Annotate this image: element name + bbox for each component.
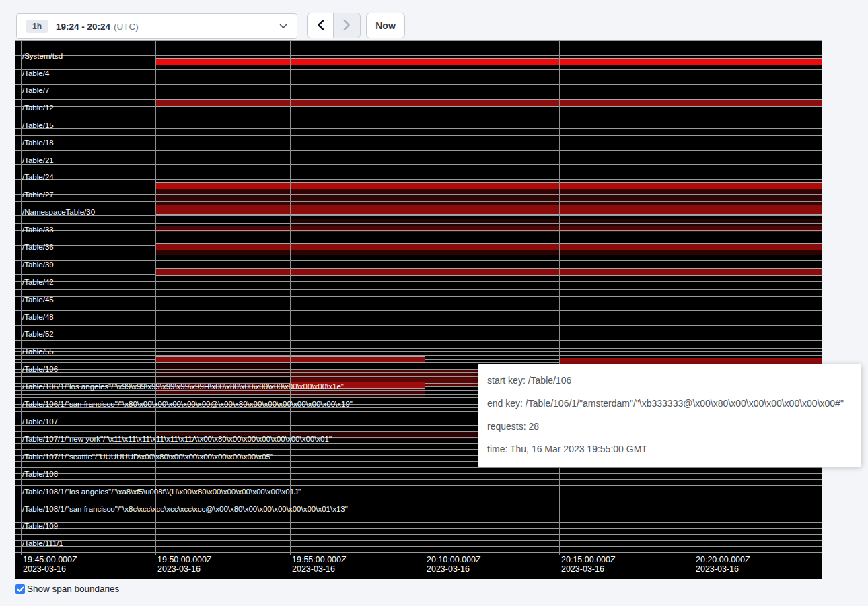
span-boundary-line [15, 238, 822, 238]
heat-band[interactable] [156, 243, 822, 250]
row-label: /Table/24 [22, 172, 54, 182]
row-label: /Table/21 [22, 156, 54, 165]
next-interval-button[interactable] [334, 13, 361, 38]
span-boundary-line [15, 135, 822, 136]
heat-band[interactable] [156, 226, 822, 232]
row-label: /Table/33 [22, 225, 54, 234]
time-gridline [559, 40, 560, 556]
span-boundary-line [15, 179, 822, 180]
tooltip-start-key: start key: /Table/106 [487, 369, 852, 392]
heat-band[interactable] [156, 189, 822, 205]
row-label: /Table/48 [22, 312, 54, 322]
time-gridline [425, 40, 425, 556]
row-label: /Table/106/1/"los angeles"/"\x99\x99\x99… [22, 382, 344, 391]
row-label: /Table/36 [22, 242, 54, 252]
span-boundary-line [15, 40, 822, 41]
x-tick-label: 19:55:00.000Z2023-03-16 [292, 555, 347, 574]
range-timezone-label: (UTC) [114, 22, 139, 32]
span-boundary-line [15, 351, 822, 352]
span-boundary-line [15, 194, 822, 195]
span-boundary-line [15, 48, 822, 48]
span-boundary-line [15, 77, 822, 77]
row-label: /Table/45 [22, 295, 54, 304]
span-boundary-line [15, 252, 822, 253]
span-boundary-line [15, 69, 822, 70]
row-label: /Table/42 [22, 277, 54, 287]
row-label: /System/tsd [22, 51, 63, 61]
heat-band[interactable] [156, 268, 822, 276]
hover-tooltip: start key: /Table/106 end key: /Table/10… [478, 364, 861, 467]
span-boundary-line [15, 485, 822, 486]
show-span-boundaries-checkbox[interactable] [15, 584, 25, 594]
span-boundary-line [15, 201, 822, 202]
row-label: /Table/39 [22, 260, 54, 269]
time-gridline [290, 40, 291, 556]
span-boundary-line [15, 348, 822, 349]
span-boundary-line [15, 318, 822, 318]
chevron-right-icon [343, 20, 351, 32]
row-label: /Table/52 [22, 329, 54, 339]
span-boundary-line [15, 522, 822, 523]
span-boundary-line [15, 498, 822, 498]
span-boundary-line [15, 473, 822, 474]
heat-band[interactable] [156, 205, 822, 215]
row-label: /Table/108/1/"los angeles"/"\xa8\xf5\u00… [22, 487, 301, 496]
span-boundary-line [15, 325, 822, 326]
range-label: 19:24 - 20:24 [56, 22, 110, 32]
checkmark-icon [17, 583, 24, 595]
row-label: /Table/111/1 [22, 539, 63, 548]
row-label: /Table/109 [22, 521, 58, 531]
span-boundary-line [15, 158, 822, 158]
span-boundary-line [15, 534, 822, 535]
row-label: /Table/4 [22, 69, 49, 78]
span-boundary-line [15, 114, 822, 114]
row-label: /Table/108/1/"san francisco"/"\x8c\xcc\x… [22, 504, 348, 514]
span-boundary-line [15, 164, 822, 165]
show-span-boundaries-row: Show span boundaries [15, 584, 119, 594]
row-label: /Table/108 [22, 469, 58, 479]
span-boundary-line [15, 172, 822, 172]
row-label: /Table/12 [22, 103, 54, 112]
row-label: /Table/107 [22, 417, 58, 426]
span-boundary-line [15, 260, 822, 261]
heat-band[interactable] [156, 99, 822, 107]
show-span-boundaries-label: Show span boundaries [27, 584, 119, 594]
row-label: /Table/15 [22, 121, 54, 130]
row-label: /Table/107/1/"new york"/"\x11\x11\x11\x1… [22, 434, 332, 444]
time-range-selector[interactable]: 1h 19:24 - 20:24 (UTC) [16, 13, 297, 39]
x-tick-label: 20:10:00.000Z2023-03-16 [427, 555, 481, 574]
span-boundary-line [15, 281, 822, 282]
x-tick-label: 19:45:00.000Z2023-03-16 [23, 555, 77, 574]
span-boundary-line [15, 310, 822, 311]
span-boundary-line [15, 150, 822, 151]
x-tick-label: 20:20:00.000Z2023-03-16 [696, 555, 750, 574]
span-boundary-line [15, 215, 822, 216]
row-label: /Table/106 [22, 364, 58, 374]
chevron-left-icon [317, 20, 324, 32]
row-label: /Table/27 [22, 190, 54, 199]
span-boundary-line [15, 516, 822, 516]
span-boundary-line [15, 340, 822, 341]
span-boundary-line [15, 528, 822, 529]
range-duration-badge: 1h [26, 20, 48, 33]
span-boundary-line [15, 479, 822, 480]
heat-band[interactable] [156, 370, 290, 378]
now-button[interactable]: Now [366, 13, 405, 38]
row-label: /Table/18 [22, 138, 54, 147]
span-boundary-line [15, 304, 822, 304]
span-boundary-line [15, 92, 822, 92]
span-boundary-line [15, 546, 822, 547]
time-gridline [21, 40, 22, 556]
span-boundary-line [15, 128, 822, 129]
chevron-down-icon [279, 24, 287, 29]
prev-interval-button[interactable] [307, 13, 334, 38]
key-visualizer-canvas[interactable]: /System/tsd/Table/4/Table/7/Table/12/Tab… [15, 40, 822, 579]
x-tick-label: 20:15:00.000Z2023-03-16 [561, 555, 616, 574]
heat-band[interactable] [156, 58, 822, 65]
time-gridline [694, 40, 694, 556]
span-boundary-line [15, 55, 822, 56]
span-boundary-line [15, 143, 822, 143]
row-label: /Table/107/1/"seattle"/"UUUUUUD\x00\x80\… [22, 452, 273, 461]
heat-band[interactable] [156, 182, 822, 190]
time-nav-group [307, 13, 361, 38]
